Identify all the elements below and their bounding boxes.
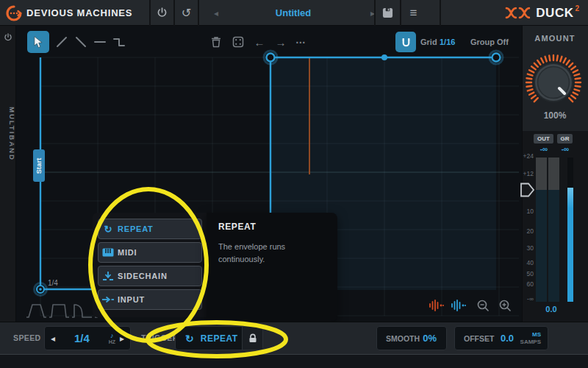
step-tool-button[interactable] — [112, 35, 126, 49]
out-range-upper — [536, 158, 547, 190]
divider — [173, 0, 175, 26]
main-menu-button[interactable]: ≡ — [402, 0, 425, 26]
trigger-control[interactable]: ↻ REPEAT — [175, 326, 263, 350]
chevron-left-icon: ◂ — [214, 8, 218, 18]
loop-icon: ↻ — [185, 333, 194, 344]
smooth-control[interactable]: SMOOTH 0% — [376, 326, 447, 350]
menu-item-input[interactable]: INPUT — [98, 289, 202, 310]
more-options-button[interactable]: ⋯ — [293, 34, 308, 50]
amount-value[interactable]: 100% — [522, 110, 588, 121]
out-range-upper — [548, 158, 559, 190]
preset-prev-button[interactable]: ◂ — [209, 0, 223, 26]
gr-meter-value: -∞ — [556, 145, 575, 154]
magnifier-plus-icon — [498, 299, 512, 312]
multiband-label: MULTIBAND — [0, 79, 16, 189]
out-range-lower — [548, 190, 559, 302]
scale-label: 60 — [514, 280, 534, 288]
node-length-label: 1/4 — [48, 279, 58, 287]
speed-increase-button[interactable]: ▸ — [120, 333, 124, 344]
loop-icon: ↻ — [98, 224, 118, 235]
out-meter-label: OUT — [534, 134, 553, 144]
offset-unit-ms[interactable]: MS — [532, 331, 541, 339]
smooth-label: SMOOTH — [386, 334, 420, 343]
group-toggle[interactable]: Group Off — [470, 38, 509, 46]
scale-label: 10 — [514, 208, 534, 215]
offset-value[interactable]: 0.0 — [494, 333, 520, 344]
lock-icon — [248, 333, 257, 343]
magnifier-minus-icon — [476, 299, 490, 312]
cursor-icon — [33, 36, 44, 49]
tooltip-panel: REPEAT The envelope runs continuously. — [207, 213, 337, 322]
pointer-tool-button[interactable] — [27, 31, 49, 53]
divider — [149, 0, 151, 26]
duck2-logo: DUCK2 — [505, 0, 581, 26]
note-sync-icon[interactable]: ♪ — [110, 333, 114, 339]
start-tag-label: Start — [35, 158, 43, 174]
grid-value[interactable]: 1/16 — [440, 38, 455, 46]
title-bar: DEVIOUS MACHINES ↺ ◂ Untitled ▸ ≡ D — [0, 0, 588, 26]
tooltip-body: The envelope runs continuously. — [218, 241, 325, 265]
divider — [440, 0, 441, 26]
duck-logo-marks-icon — [505, 7, 532, 19]
zoom-out-button[interactable] — [476, 299, 490, 312]
undo-step-button[interactable]: ← — [252, 34, 267, 50]
multiband-power-button[interactable] — [0, 33, 16, 42]
ellipsis-icon: ⋯ — [295, 36, 306, 48]
hamburger-icon: ≡ — [410, 6, 417, 21]
amount-label: AMOUNT — [522, 34, 588, 43]
input-arrow-icon — [98, 296, 118, 303]
divider — [374, 0, 376, 26]
trigger-lock-button[interactable] — [242, 327, 262, 350]
trigger-value: REPEAT — [201, 333, 238, 344]
divider — [198, 0, 199, 26]
amount-knob[interactable] — [524, 53, 583, 112]
dice-icon — [232, 36, 244, 48]
multiband-sidebar: MULTIBAND — [0, 26, 16, 322]
hz-mode-label[interactable]: HZ — [109, 339, 115, 344]
save-icon — [382, 7, 393, 18]
magnet-icon — [401, 37, 412, 48]
duck-plugin-window: DEVIOUS MACHINES ↺ ◂ Untitled ▸ ≡ D — [0, 0, 588, 368]
offset-label: OFFSET — [464, 334, 494, 343]
offset-control[interactable]: OFFSET 0.0 MS SAMPS — [454, 326, 548, 350]
menu-item-sidechain[interactable]: SIDECHAIN — [98, 266, 202, 286]
tooltip-title: REPEAT — [218, 222, 256, 232]
midi-keyboard-icon — [98, 248, 118, 257]
gr-meter-label: GR — [557, 134, 573, 144]
trash-icon — [211, 36, 221, 48]
divider — [400, 0, 401, 26]
zoom-in-button[interactable] — [498, 299, 512, 312]
preset-name[interactable]: Untitled — [234, 0, 353, 26]
line-fall-tool-button[interactable] — [74, 35, 88, 49]
speed-control[interactable]: ◂ 1/4 ♪ HZ ▸ — [44, 326, 131, 350]
audio-wave-post-icon[interactable] — [451, 300, 467, 311]
scale-label: +24 — [514, 152, 534, 160]
out-range-lower — [536, 190, 547, 302]
smooth-value[interactable]: 0% — [423, 333, 437, 344]
power-button[interactable] — [151, 0, 173, 26]
menu-item-midi[interactable]: MIDI — [98, 242, 202, 263]
delete-button[interactable] — [209, 35, 223, 49]
randomize-button[interactable] — [232, 35, 245, 49]
line-rise-tool-button[interactable] — [54, 35, 69, 49]
loop-start-tag[interactable]: Start — [33, 149, 45, 182]
menu-item-repeat[interactable]: ↻ REPEAT — [98, 219, 202, 239]
speed-value[interactable]: 1/4 — [55, 332, 109, 344]
snap-magnet-button[interactable] — [395, 32, 416, 52]
line-flat-tool-button[interactable] — [93, 35, 107, 49]
offset-unit-samps[interactable]: SAMPS — [520, 339, 541, 346]
scale-label: 50 — [514, 270, 534, 277]
sidechain-arrow-icon — [98, 271, 118, 281]
trigger-label: TRIGGER — [141, 322, 179, 354]
redo-step-button[interactable]: → — [273, 34, 288, 50]
threshold-marker[interactable] — [520, 183, 535, 197]
product-version: 2 — [575, 4, 579, 13]
undo-button[interactable]: ↺ — [176, 0, 197, 26]
save-button[interactable] — [376, 0, 399, 26]
gr-meter-bar — [567, 188, 573, 302]
arrow-right-icon: → — [276, 36, 287, 49]
scale-label: -∞ — [514, 295, 534, 302]
audio-wave-pre-icon[interactable] — [429, 300, 445, 311]
scale-label: 20 — [514, 227, 534, 235]
undo-icon: ↺ — [182, 6, 191, 20]
